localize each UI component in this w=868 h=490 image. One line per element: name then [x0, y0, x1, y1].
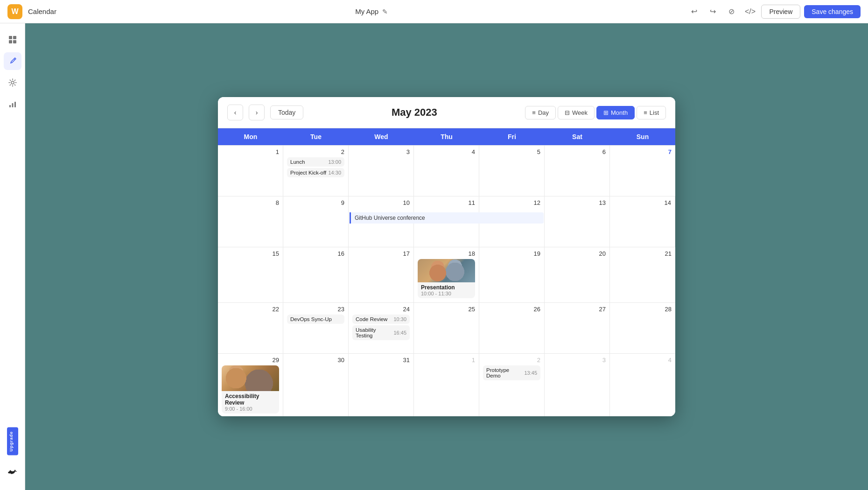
- cell-may-17[interactable]: 17: [349, 247, 414, 302]
- event-devops-sync[interactable]: DevOps Sync-Up: [287, 315, 344, 324]
- upgrade-badge[interactable]: Upgrade: [7, 427, 18, 455]
- event-name: DevOps Sync-Up: [290, 316, 332, 322]
- header-fri: Fri: [479, 128, 545, 145]
- sidebar-item-grid[interactable]: [4, 31, 21, 49]
- event-prototype-demo[interactable]: Prototype Demo 13:45: [483, 365, 540, 380]
- edit-icon[interactable]: ✎: [382, 8, 388, 15]
- view-list-button[interactable]: ≡ List: [637, 106, 666, 119]
- cell-may-6[interactable]: 6: [545, 146, 610, 196]
- event-review-time: 9:00 - 16:00: [225, 406, 276, 412]
- cell-may-3[interactable]: 3: [349, 146, 414, 196]
- day-number: 26: [483, 306, 540, 313]
- prev-month-button[interactable]: ‹: [227, 105, 243, 120]
- day-number: 21: [614, 250, 672, 257]
- sidebar-item-tools[interactable]: [4, 52, 21, 70]
- cell-may-5[interactable]: 5: [479, 146, 545, 196]
- event-accessibility-review[interactable]: Accessibility Review 9:00 - 16:00: [222, 365, 279, 413]
- event-code-review[interactable]: Code Review 10:30: [352, 315, 410, 324]
- cell-jun-4[interactable]: 4: [610, 354, 675, 416]
- cell-may-20[interactable]: 20: [545, 247, 610, 302]
- cell-may-1[interactable]: 1: [218, 146, 283, 196]
- cell-may-7[interactable]: 7: [610, 146, 675, 196]
- header-mon: Mon: [218, 128, 283, 145]
- header-thu: Thu: [414, 128, 479, 145]
- calendar-grid: Mon Tue Wed Thu Fri Sat Sun 1 2: [218, 128, 675, 416]
- day-view-label: Day: [538, 109, 549, 116]
- cell-may-8[interactable]: 8: [218, 196, 283, 247]
- event-lunch[interactable]: Lunch 13:00: [287, 157, 344, 167]
- cell-jun-2[interactable]: 2 Prototype Demo 13:45: [479, 354, 545, 416]
- cell-may-28[interactable]: 28: [610, 303, 675, 353]
- cell-may-14[interactable]: 14: [610, 196, 675, 247]
- cell-jun-1[interactable]: 1: [414, 354, 479, 416]
- event-review-info: Accessibility Review 9:00 - 16:00: [222, 391, 279, 413]
- save-button[interactable]: Save changes: [804, 5, 861, 18]
- event-usability-testing[interactable]: Usability Testing 16:45: [352, 325, 410, 340]
- view-week-button[interactable]: ⊟ Week: [558, 106, 595, 119]
- today-button[interactable]: Today: [270, 105, 303, 119]
- preview-button[interactable]: Preview: [761, 5, 800, 19]
- cell-jun-3[interactable]: 3: [545, 354, 610, 416]
- event-presentation-name: Presentation: [421, 284, 472, 291]
- event-review-image: [222, 365, 279, 391]
- event-presentation-image: [418, 259, 475, 282]
- cell-may-2[interactable]: 2 Lunch 13:00 Project Kick-off 14:30: [283, 146, 349, 196]
- sidebar-item-settings[interactable]: [4, 74, 21, 91]
- sidebar-item-bird[interactable]: [4, 461, 21, 479]
- cell-may-26[interactable]: 26: [479, 303, 545, 353]
- cell-may-16[interactable]: 16: [283, 247, 349, 302]
- cell-may-30[interactable]: 30: [283, 354, 349, 416]
- main-layout: Upgrade ‹ › Today May 2023 ≡ Day: [0, 23, 868, 490]
- app-logo: W: [7, 4, 22, 19]
- cell-may-19[interactable]: 19: [479, 247, 545, 302]
- event-name: Code Review: [356, 316, 387, 322]
- cell-may-22[interactable]: 22: [218, 303, 283, 353]
- redo-button[interactable]: ↪: [705, 4, 720, 19]
- cell-may-31[interactable]: 31: [349, 354, 414, 416]
- day-number: 19: [483, 250, 540, 257]
- history-button[interactable]: ⊘: [724, 4, 739, 19]
- month-view-label: Month: [611, 109, 628, 116]
- calendar-week-4: 22 23 DevOps Sync-Up 24 Code Review 10:3…: [218, 302, 675, 353]
- day-number: 6: [548, 148, 606, 155]
- cell-may-13[interactable]: 13: [545, 196, 610, 247]
- cell-may-24[interactable]: 24 Code Review 10:30 Usability Testing 1…: [349, 303, 414, 353]
- event-name: Usability Testing: [356, 327, 393, 338]
- cell-may-23[interactable]: 23 DevOps Sync-Up: [283, 303, 349, 353]
- day-number: 16: [287, 250, 344, 257]
- cell-may-15[interactable]: 15: [218, 247, 283, 302]
- next-month-button[interactable]: ›: [249, 105, 265, 120]
- cell-may-4[interactable]: 4: [414, 146, 479, 196]
- cell-may-18[interactable]: 18 Presentation 10:00 - 11:30: [414, 247, 479, 302]
- cell-may-29[interactable]: 29 Accessibility Review 9:00 - 16:00: [218, 354, 283, 416]
- day-number: 24: [352, 306, 410, 313]
- cell-may-27[interactable]: 27: [545, 303, 610, 353]
- cell-may-25[interactable]: 25: [414, 303, 479, 353]
- svg-point-4: [11, 81, 14, 84]
- canvas: ‹ › Today May 2023 ≡ Day ⊟ Week ⊞ Month: [25, 23, 868, 490]
- svg-rect-2: [9, 40, 12, 43]
- view-day-button[interactable]: ≡ Day: [525, 106, 556, 119]
- code-button[interactable]: </>: [742, 4, 757, 19]
- event-kickoff[interactable]: Project Kick-off 14:30: [287, 168, 344, 177]
- day-view-icon: ≡: [532, 109, 536, 116]
- event-github-universe[interactable]: GitHub Universe conference: [350, 212, 544, 224]
- day-number: 11: [418, 199, 475, 206]
- event-presentation[interactable]: Presentation 10:00 - 11:30: [418, 259, 475, 298]
- sidebar-item-analytics[interactable]: [4, 95, 21, 113]
- week-view-icon: ⊟: [565, 109, 570, 116]
- day-number: 3: [548, 357, 606, 364]
- day-number: 1: [222, 148, 279, 155]
- sidebar: Upgrade: [0, 23, 25, 490]
- month-view-icon: ⊞: [603, 109, 609, 116]
- calendar-week-2: 8 9 10 11 12: [218, 196, 675, 247]
- event-name: Prototype Demo: [486, 367, 524, 378]
- cell-may-9[interactable]: 9: [283, 196, 349, 247]
- day-number: 4: [614, 357, 672, 364]
- day-number: 22: [222, 306, 279, 313]
- undo-button[interactable]: ↩: [686, 4, 701, 19]
- cell-may-21[interactable]: 21: [610, 247, 675, 302]
- view-month-button[interactable]: ⊞ Month: [596, 106, 635, 119]
- day-number: 3: [352, 148, 410, 155]
- event-time: 16:45: [393, 330, 406, 336]
